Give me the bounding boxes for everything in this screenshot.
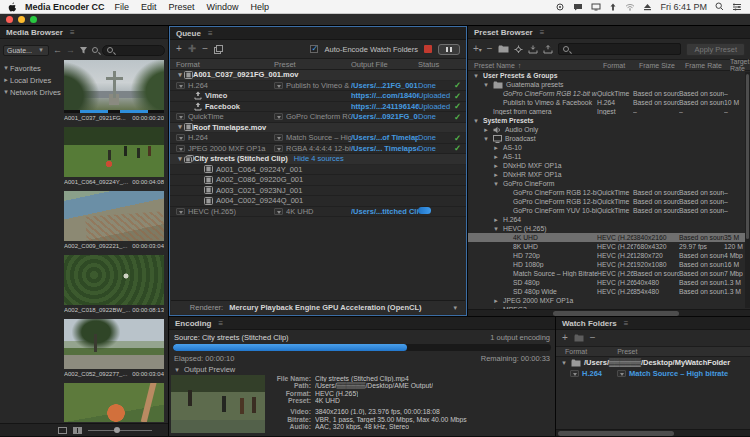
preset-name[interactable]: Publish to Vimeo & Face... xyxy=(286,81,351,90)
preset-name[interactable]: RGBA 4:4:4:4 12-bit (BC... xyxy=(286,144,351,153)
queue-source-row[interactable]: A004_C002_09244Q_001 xyxy=(170,196,466,207)
preset-row-gopro-cineform-rgb-12-bit-with-alpha[interactable]: GoPro CineForm RGB 12-bit with alpha...Q… xyxy=(468,197,750,206)
wifi-icon[interactable] xyxy=(625,3,635,11)
queue-group-row[interactable]: ▾Roof Timelapse.mov xyxy=(170,123,466,134)
chevron-down-icon[interactable]: ▾ xyxy=(472,117,480,125)
preset-row-hd-720p[interactable]: HD 720pHEVC (H.265)1280x720Based on sour… xyxy=(468,251,750,260)
import-preset-button[interactable] xyxy=(528,45,538,54)
new-preset-button[interactable]: +▾ xyxy=(473,44,482,55)
close-window-button[interactable] xyxy=(6,16,13,23)
pause-queue-button[interactable] xyxy=(438,44,460,55)
queue-source-row[interactable]: A003_C021_0923NJ_001 xyxy=(170,186,466,197)
preset-dropdown[interactable] xyxy=(274,113,283,120)
preset-row-dnxhr-mxf-op1a[interactable]: ▸DNxHR MXF OP1a xyxy=(468,170,750,179)
media-clip[interactable] xyxy=(64,383,164,422)
chevron-down-icon[interactable]: ▾ xyxy=(472,72,480,80)
preset-row-dnxhd-mxf-op1a[interactable]: ▸DNxHD MXF OP1a xyxy=(468,161,750,170)
queue-output-row[interactable]: HEVC (H.265)4K UHD/Users/...titched Clip… xyxy=(170,207,466,218)
thumbnail-size-slider[interactable] xyxy=(88,430,152,431)
location-dropdown[interactable]: Guate... ▾ xyxy=(3,45,49,56)
delete-preset-button[interactable]: − xyxy=(487,44,493,54)
update-arrow-icon[interactable] xyxy=(609,3,617,11)
format-dropdown[interactable] xyxy=(176,208,185,215)
chevron-down-icon[interactable]: ▾ xyxy=(482,135,490,143)
vertical-scrollbar[interactable] xyxy=(745,72,750,308)
chevron-down-icon[interactable]: ▾ xyxy=(482,81,490,89)
preset-row-h-264[interactable]: ▸H.264 xyxy=(468,215,750,224)
tree-item-local-drives[interactable]: ▸Local Drives xyxy=(2,74,64,86)
queue-upload-row[interactable]: Facebookhttps://...24119614602283Uploade… xyxy=(170,102,466,113)
format-name[interactable]: JPEG 2000 MXF OP1a xyxy=(188,144,266,153)
add-watch-folder-button[interactable]: + xyxy=(562,333,568,343)
chevron-right-icon[interactable]: ▸ xyxy=(492,216,500,224)
preset-row-8k-uhd[interactable]: 8K UHDHEVC (H.265)7680x432029.97 fps120 … xyxy=(468,242,750,251)
remove-button[interactable]: − xyxy=(202,44,208,54)
media-browser-tab[interactable]: Media Browser ≡ xyxy=(0,26,168,39)
chevron-down-icon[interactable]: ▾ xyxy=(492,225,500,233)
encoding-tab[interactable]: Encoding ≡ xyxy=(169,317,555,330)
preset-row-as-10[interactable]: ▸AS-10 xyxy=(468,143,750,152)
preset-dropdown[interactable] xyxy=(274,145,283,152)
menu-edit[interactable]: Edit xyxy=(141,2,157,12)
chevron-down-icon[interactable]: ▾ xyxy=(2,88,10,96)
preset-dropdown[interactable] xyxy=(274,134,283,141)
chevron-right-icon[interactable]: ▸ xyxy=(2,76,10,84)
panel-menu-icon[interactable]: ≡ xyxy=(70,28,75,37)
display-icon[interactable] xyxy=(591,3,601,11)
preset-row-gopro-cineform-rgb-12-bit-with-alpha[interactable]: GoPro CineForm RGB 12-bit with alphaQuic… xyxy=(468,188,750,197)
menu-help[interactable]: Help xyxy=(251,2,270,12)
format-dropdown[interactable] xyxy=(176,134,185,141)
format-dropdown[interactable] xyxy=(176,82,185,89)
format-dropdown[interactable] xyxy=(176,145,185,152)
watch-preset[interactable]: Match Source – High bitrate xyxy=(629,369,728,378)
media-clip[interactable]: A002_C052_092277_...00:00:03:04 xyxy=(64,319,164,378)
watch-folders-tab[interactable]: Watch Folders ≡ xyxy=(556,317,750,330)
preset-row-ingest-from-camera[interactable]: Ingest from cameraIngest––– xyxy=(468,107,750,116)
chevron-right-icon[interactable]: ▸ xyxy=(492,153,500,161)
queue-tab[interactable]: Queue ≡ xyxy=(170,27,466,40)
apply-preset-button[interactable]: Apply Preset xyxy=(686,43,745,56)
queue-upload-row[interactable]: Vimeohttps://...com/184066142Uploaded✓ xyxy=(170,91,466,102)
stop-queue-button[interactable] xyxy=(424,45,432,53)
format-name[interactable]: H.264 xyxy=(188,133,208,142)
panel-menu-icon[interactable]: ≡ xyxy=(540,28,545,37)
menubar-clock[interactable]: Fri 6:41 PM xyxy=(660,2,707,12)
chevron-right-icon[interactable]: ▸ xyxy=(482,126,490,134)
preset-row-sd-480p[interactable]: SD 480pHEVC (H.265)640x480Based on sourc… xyxy=(468,278,750,287)
chevron-down-icon[interactable]: ▾ xyxy=(492,180,500,188)
notification-center-icon[interactable] xyxy=(732,3,742,11)
watch-format[interactable]: H.264 xyxy=(582,369,602,378)
preset-row-match-source-high-bitrate[interactable]: Match Source – High BitrateHEVC (H.265)B… xyxy=(468,269,750,278)
chevron-down-icon[interactable]: ▾ xyxy=(173,366,181,374)
folder-icon[interactable] xyxy=(574,334,584,342)
chevron-right-icon[interactable]: ▸ xyxy=(492,297,500,305)
app-menu-title[interactable]: Media Encoder CC xyxy=(25,2,105,12)
status-app-icon[interactable] xyxy=(555,3,565,11)
preset-name[interactable]: GoPro Cineform RGB 12... xyxy=(286,112,351,121)
filter-icon[interactable] xyxy=(79,46,88,54)
preset-browser-tab[interactable]: Preset Browser ≡ xyxy=(468,26,750,39)
queue-output-row[interactable]: H.264Publish to Vimeo & Face.../Users/..… xyxy=(170,81,466,92)
window-titlebar[interactable] xyxy=(0,14,750,26)
chevron-down-icon[interactable]: ▾ xyxy=(453,304,457,312)
preset-row-guatemala-presets[interactable]: ▾Guatemala presets xyxy=(468,80,750,89)
eject-icon[interactable] xyxy=(643,3,652,11)
format-name[interactable]: QuickTime xyxy=(188,112,224,121)
panel-menu-icon[interactable]: ≡ xyxy=(624,319,629,328)
chevron-down-icon[interactable]: ▾ xyxy=(176,123,184,131)
format-name[interactable]: H.264 xyxy=(188,81,208,90)
tree-item-favorites[interactable]: ▾Favorites xyxy=(2,62,64,74)
auto-encode-checkbox[interactable] xyxy=(310,45,318,53)
preset-row-user-presets-groups[interactable]: ▾User Presets & Groups xyxy=(468,71,750,80)
queue-output-row[interactable]: JPEG 2000 MXF OP1aRGBA 4:4:4:4 12-bit (B… xyxy=(170,144,466,155)
chevron-down-icon[interactable]: ▾ xyxy=(176,71,184,79)
chevron-right-icon[interactable]: ▸ xyxy=(492,171,500,179)
preset-name[interactable]: Match Source – High bitr... xyxy=(286,133,351,142)
preset-row-broadcast[interactable]: ▾Broadcast xyxy=(468,134,750,143)
add-source-button[interactable]: + xyxy=(176,44,182,54)
queue-group-row[interactable]: ▾A001_C037_0921FG_001.mov xyxy=(170,70,466,81)
chevron-down-icon[interactable]: ▾ xyxy=(560,359,568,367)
list-view-icon[interactable] xyxy=(58,427,67,434)
preset-row-jpeg-2000-mxf-op1a[interactable]: ▸JPEG 2000 MXF OP1a xyxy=(468,296,750,305)
preset-row-audio-only[interactable]: ▸Audio Only xyxy=(468,125,750,134)
